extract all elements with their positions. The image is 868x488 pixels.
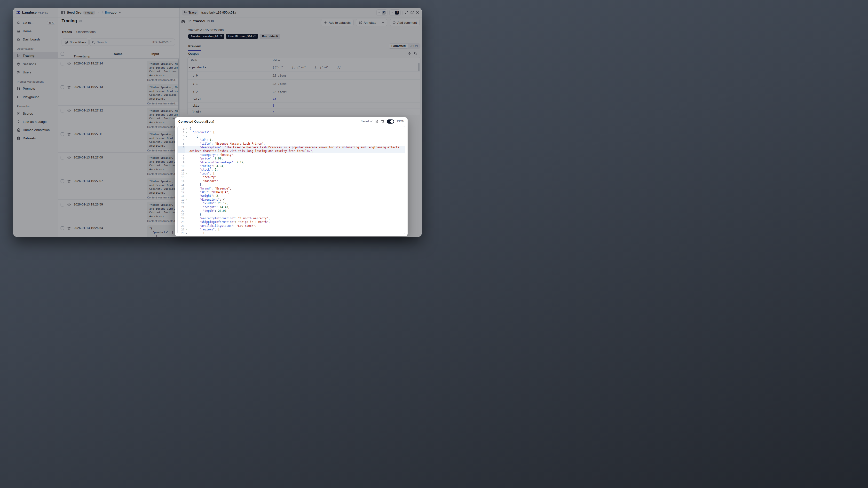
row-checkbox[interactable] xyxy=(61,132,64,136)
caret-right-icon[interactable]: ❯ xyxy=(193,82,194,85)
user-badge[interactable]: User ID: user_384 xyxy=(226,34,258,39)
export-file-icon[interactable] xyxy=(375,120,378,123)
close-icon[interactable] xyxy=(416,11,419,14)
trash-icon[interactable] xyxy=(381,120,384,123)
fold-caret-icon[interactable]: ∨ xyxy=(185,198,188,202)
sidebar-item-home[interactable]: Home xyxy=(13,27,58,35)
org-name[interactable]: Seed Org xyxy=(67,11,82,14)
show-filters-button[interactable]: Show filters xyxy=(62,38,89,46)
row-checkbox[interactable] xyxy=(61,226,64,230)
output-row-1[interactable]: ❯122 items xyxy=(188,80,420,88)
sidebar-item-scores[interactable]: Scores xyxy=(13,110,58,117)
bookmark-star-icon[interactable] xyxy=(67,85,71,90)
output-row-2[interactable]: ❯222 items xyxy=(188,88,420,96)
json-toggle[interactable] xyxy=(387,119,394,124)
chevron-down-icon[interactable] xyxy=(97,11,100,14)
table-row[interactable]: 2026-01-13 19:27:13"Madam Speaker, Ma an… xyxy=(58,82,179,105)
table-row[interactable]: 2026-01-13 19:26:54"{ "products": [ { xyxy=(58,223,179,237)
annotate-menu-chevron[interactable] xyxy=(380,19,384,26)
caret-right-icon[interactable]: ❯ xyxy=(193,74,194,77)
sidebar-goto[interactable]: Go to... ⌘ K xyxy=(13,19,58,26)
code-line-1: 1∨{ xyxy=(178,127,405,131)
json-editor[interactable]: 1∨{2∨ "products": [3∨ {4 "id": 1,5 "titl… xyxy=(177,126,405,234)
output-row-products[interactable]: ❯products[{"id": ...}, {"id": ...}, {"id… xyxy=(188,63,420,71)
sidebar-header: Langfuse v3.146.0 xyxy=(13,8,58,18)
table-row[interactable]: 2026-01-13 19:27:08"Madam Speaker, Ma an… xyxy=(58,153,179,176)
caret-right-icon[interactable]: ❯ xyxy=(193,91,194,93)
panel-scrollbar-thumb[interactable] xyxy=(418,63,420,71)
list-scrollbar-thumb[interactable] xyxy=(178,59,179,110)
bookmark-star-icon[interactable] xyxy=(67,226,71,231)
sidebar-item-datasets[interactable]: Datasets xyxy=(13,134,58,142)
trace-tree-icon xyxy=(17,54,20,57)
fold-caret-icon[interactable]: ∨ xyxy=(185,127,188,131)
chevron-down-icon[interactable] xyxy=(119,11,121,14)
breadcrumb-type-chip[interactable]: Trace xyxy=(182,10,198,16)
table-row[interactable]: 2026-01-13 19:27:07"Madam Speaker, Ma an… xyxy=(58,176,179,200)
table-row[interactable]: 2026-01-13 19:27:14"Madam Speaker, Ma an… xyxy=(58,59,179,82)
caret-down-icon[interactable]: ❯ xyxy=(188,66,191,68)
row-checkbox[interactable] xyxy=(61,109,64,113)
sidebar-item-label: Home xyxy=(23,29,31,33)
format-json[interactable]: JSON xyxy=(408,44,420,48)
fold-gutter xyxy=(185,194,188,198)
sidebar-item-label: Sessions xyxy=(23,62,36,66)
format-formatted[interactable]: Formatted xyxy=(389,44,408,48)
table-row[interactable]: 2026-01-13 19:26:59"Madam Speaker, Ma an… xyxy=(58,200,179,223)
sidebar-item-llm-as-a-judge[interactable]: LLM-as-a-Judge xyxy=(13,118,58,125)
tab-traces[interactable]: Traces xyxy=(62,30,72,36)
sidebar-item-human-annotation[interactable]: Human Annotation xyxy=(13,126,58,133)
info-icon[interactable] xyxy=(79,20,82,23)
sidebar-item-prompts[interactable]: Prompts xyxy=(13,85,58,92)
annotate-button[interactable]: Annotate xyxy=(356,19,387,26)
bookmark-star-icon[interactable] xyxy=(67,132,71,137)
sidebar-item-users[interactable]: Users xyxy=(13,68,58,76)
code-text: "discountPercentage": 7.17, xyxy=(188,161,405,164)
nav-down-button[interactable]: J xyxy=(390,9,401,16)
fold-caret-icon[interactable]: ∨ xyxy=(185,232,188,234)
output-row-0[interactable]: ❯022 items xyxy=(188,71,420,80)
expand-icon[interactable] xyxy=(405,11,408,14)
tab-observations[interactable]: Observations xyxy=(76,30,96,36)
select-all-checkbox[interactable] xyxy=(61,52,64,56)
bookmark-star-icon[interactable] xyxy=(67,62,71,67)
column-name[interactable]: Name xyxy=(114,52,122,56)
session-badge[interactable]: Session: session_84 xyxy=(188,34,224,39)
trace-timestamp: 2026-01-13 15:06:22.000 xyxy=(188,28,224,32)
panel-expand-icon[interactable] xyxy=(181,20,185,24)
open-in-new-icon[interactable] xyxy=(410,11,414,14)
fold-caret-icon[interactable]: ∨ xyxy=(185,134,188,138)
bookmark-star-icon[interactable] xyxy=(67,156,71,161)
sidebar-item-sessions[interactable]: Sessions xyxy=(13,60,58,68)
project-name[interactable]: llm-app xyxy=(105,11,117,14)
bookmark-star-icon[interactable] xyxy=(67,109,71,114)
fold-caret-icon[interactable]: ∨ xyxy=(185,228,188,232)
copy-icon[interactable] xyxy=(414,52,417,55)
row-checkbox[interactable] xyxy=(61,62,64,65)
table-row[interactable]: 2026-01-13 19:27:12"Madam Speaker, Ma an… xyxy=(58,105,179,129)
search-mode-selector[interactable]: IDs / Names xyxy=(152,40,173,44)
row-checkbox[interactable] xyxy=(61,203,64,207)
corrected-output-card: Corrected Output (Beta) Saved JSON 1∨{2∨… xyxy=(175,117,408,236)
sidebar-item-dashboards[interactable]: Dashboards xyxy=(13,36,58,43)
sidebar-item-playground[interactable]: Playground xyxy=(13,93,58,100)
nav-up-button[interactable]: K xyxy=(376,9,388,16)
tabs-divider xyxy=(58,35,179,35)
search-input[interactable]: Search... IDs / Names xyxy=(89,38,175,46)
copy-id-button[interactable]: ID xyxy=(207,20,214,23)
row-checkbox[interactable] xyxy=(61,179,64,183)
unfold-vertical-icon[interactable] xyxy=(408,52,411,55)
row-checkbox[interactable] xyxy=(61,156,64,159)
table-row[interactable]: 2026-01-13 19:27:11"Madam Speaker, Ma an… xyxy=(58,129,179,153)
row-checkbox[interactable] xyxy=(61,85,64,89)
code-line-7: 7 "category": "beauty", xyxy=(178,153,405,157)
sidebar-toggle-icon[interactable] xyxy=(61,11,65,14)
column-input[interactable]: Input xyxy=(151,52,159,56)
fold-caret-icon[interactable]: ∨ xyxy=(185,172,188,176)
fold-caret-icon[interactable]: ∨ xyxy=(185,131,188,134)
add-to-datasets-button[interactable]: Add to datasets xyxy=(321,19,353,26)
add-comment-button[interactable]: Add comment xyxy=(390,19,420,26)
sidebar-item-tracing[interactable]: Tracing xyxy=(13,52,58,59)
bookmark-star-icon[interactable] xyxy=(67,203,71,208)
bookmark-star-icon[interactable] xyxy=(67,179,71,184)
